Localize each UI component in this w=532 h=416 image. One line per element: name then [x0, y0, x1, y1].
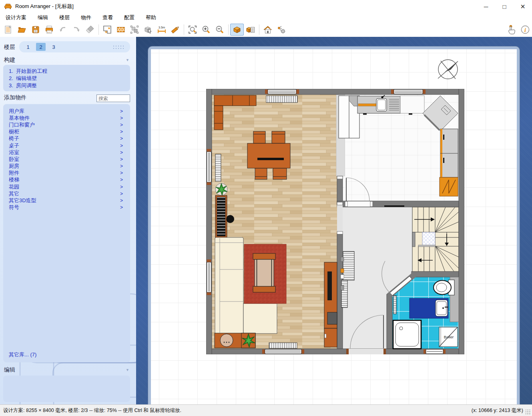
floor-ball[interactable]	[226, 215, 234, 223]
format-brush-button[interactable]	[83, 24, 97, 36]
draw-button[interactable]	[169, 24, 182, 36]
other-libraries-link[interactable]: 其它库... (7)	[9, 351, 36, 358]
toolbar-separator	[228, 24, 229, 35]
chevron-right-icon: >	[120, 150, 123, 155]
zoom-in-icon	[201, 25, 211, 34]
new-project-button[interactable]	[2, 24, 15, 36]
category-item[interactable]: 门口和窗户 >	[3, 121, 130, 128]
menu-item[interactable]: 配置	[118, 14, 140, 21]
select-objects-button[interactable]	[128, 24, 141, 36]
resize-grip[interactable]	[526, 410, 531, 415]
save-floppy-icon	[31, 25, 40, 34]
measure-button[interactable]: 3.5m	[155, 24, 169, 36]
category-item[interactable]: 椅子 >	[3, 135, 130, 142]
category-item[interactable]: 基本物件 >	[3, 115, 130, 121]
pencil-icon	[171, 25, 180, 34]
info-icon: i	[520, 24, 530, 35]
floor-button[interactable]: 1	[23, 43, 33, 51]
boiler: Boiler	[439, 327, 458, 347]
view-3d-button[interactable]: 3D	[261, 24, 275, 36]
collapse-icon[interactable]: ▼	[126, 58, 129, 62]
panel-grip-handle[interactable]	[112, 45, 124, 49]
floor-plan[interactable]: Boiler	[206, 89, 464, 354]
search-input[interactable]	[96, 94, 130, 102]
category-item[interactable]: 浴室 >	[3, 149, 130, 156]
tv-cabinet[interactable]	[324, 262, 337, 347]
floor-button[interactable]: 3	[49, 43, 58, 51]
sidebar: 楼层 123 构建 ▼ 1. 开始新的工程2. 编辑墙壁3. 房间调整 添加物件…	[0, 37, 137, 404]
drawing-sheet[interactable]: Boiler	[151, 49, 517, 404]
edit-walls-button[interactable]	[114, 24, 128, 36]
bookshelf[interactable]	[215, 195, 227, 238]
house-3d-icon: 3D	[263, 25, 273, 34]
chevron-right-icon: >	[120, 136, 123, 141]
show-objects-3d-button[interactable]	[230, 24, 244, 36]
radiator[interactable]	[269, 343, 297, 348]
open-button[interactable]	[15, 24, 29, 36]
staircase[interactable]	[412, 207, 459, 273]
category-item[interactable]: 厨房 >	[3, 163, 130, 170]
category-label: 其它	[9, 190, 19, 197]
category-label: 符号	[9, 204, 19, 211]
chevron-right-icon: >	[120, 122, 123, 128]
zoom-out-button[interactable]	[213, 24, 227, 36]
category-label: 基本物件	[9, 115, 30, 122]
zoom-all-button[interactable]	[186, 24, 199, 36]
close-button[interactable]: ×	[514, 0, 532, 13]
collapse-icon[interactable]: ▼	[126, 368, 129, 372]
sideboard[interactable]	[215, 333, 255, 348]
menu-item[interactable]: 编辑	[32, 14, 54, 21]
print-button[interactable]	[42, 24, 56, 36]
menu-item[interactable]: 物件	[75, 14, 97, 21]
build-step-link[interactable]: 1. 开始新的工程	[9, 68, 130, 75]
window	[262, 350, 304, 354]
window-blind[interactable]	[215, 154, 221, 181]
edit-section-header: 编辑 ▼	[0, 365, 136, 375]
category-item[interactable]: 其它 >	[3, 190, 130, 197]
build-section-header: 构建 ▼	[0, 55, 136, 65]
category-label: 花园	[9, 183, 19, 191]
category-item[interactable]: 楼梯 >	[3, 177, 130, 183]
radiator[interactable]	[266, 96, 297, 102]
object-list-button[interactable]	[244, 24, 257, 36]
floor-button[interactable]: 2	[36, 43, 46, 51]
category-item[interactable]: 附件 >	[3, 170, 130, 177]
save-button[interactable]	[29, 24, 42, 36]
category-item[interactable]: 卧室 >	[3, 156, 130, 163]
menu-item[interactable]: 楼层	[54, 14, 75, 21]
explode-button[interactable]	[275, 24, 288, 36]
build-title: 构建	[4, 56, 15, 64]
category-item[interactable]: 桌子 >	[3, 142, 130, 149]
redo-button[interactable]	[70, 24, 83, 36]
coffee-table[interactable]	[253, 253, 275, 292]
chevron-right-icon: >	[120, 191, 123, 197]
window	[207, 149, 211, 185]
drawing-canvas-area: Boiler	[136, 37, 532, 404]
menu-item[interactable]: 设计方案	[0, 14, 32, 21]
menu-item[interactable]: 帮助	[140, 14, 162, 21]
minimize-button[interactable]: ─	[477, 0, 495, 13]
menu-item[interactable]: 查看	[97, 14, 118, 21]
zoom-in-button[interactable]	[199, 24, 213, 36]
info-button[interactable]: i	[518, 24, 532, 36]
edit-panel	[3, 376, 130, 402]
object-properties-button[interactable]	[141, 24, 155, 36]
undo-button[interactable]	[56, 24, 70, 36]
category-item[interactable]: 用户库 >	[3, 108, 130, 115]
build-step-link[interactable]: 3. 房间调整	[9, 82, 130, 89]
category-item[interactable]: 花园 >	[3, 183, 130, 190]
tv-screen	[327, 271, 332, 300]
edit-rooms-button[interactable]	[100, 24, 114, 36]
window-title: Room Arranger - [无标题]	[15, 3, 74, 10]
pointer-mode-button[interactable]	[505, 24, 518, 36]
category-item[interactable]: 符号 >	[3, 204, 130, 211]
build-step-link[interactable]: 2. 编辑墙壁	[9, 75, 130, 82]
fridge	[440, 177, 458, 196]
maximize-button[interactable]: □	[495, 0, 514, 13]
category-item[interactable]: 其它3D造型 >	[3, 197, 130, 204]
menu-bar: 设计方案编辑楼层物件查看配置帮助	[0, 13, 532, 22]
potted-plant[interactable]	[215, 183, 227, 195]
undo-icon	[58, 25, 68, 34]
brush-icon	[85, 25, 95, 34]
category-item[interactable]: 橱柜 >	[3, 129, 130, 135]
